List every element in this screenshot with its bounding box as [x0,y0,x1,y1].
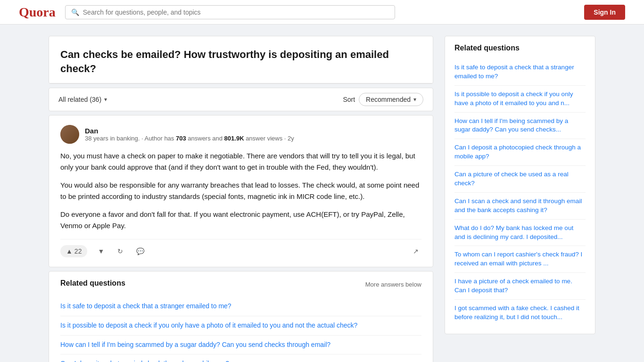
answer-paragraph-1: No, you must have a check on paper to ma… [60,150,421,173]
author-info: Dan 38 years in banking. · Author has 70… [85,127,294,142]
related-main-card: Related questions More answers below Is … [49,271,433,362]
sidebar-link-4[interactable]: Can I deposit a photocopied check throug… [454,139,586,166]
comment-icon: 💬 [136,247,144,255]
upvote-count: 22 [74,247,82,255]
views-label: answer views · 2y [244,135,294,142]
sidebar-link-1[interactable]: Is it safe to deposit a check that a str… [454,59,586,86]
header-right: Sign In [584,5,625,20]
related-link-4[interactable]: Can I deposit a photocopied check throug… [60,354,421,362]
search-bar[interactable]: 🔍 [65,5,395,19]
sign-in-button[interactable]: Sign In [584,5,625,20]
related-main-title: Related questions [60,279,125,288]
share-button[interactable]: ↗ [410,246,421,257]
avatar [60,125,79,144]
answer-actions: ▲ 22 ▼ ↻ 💬 ↗ [60,239,421,257]
search-input[interactable] [83,8,389,16]
upvote-icon: ▲ [66,247,73,255]
sidebar-link-6[interactable]: Can I scan a check and send it through e… [454,193,586,220]
all-related-label: All related (36) [58,96,101,103]
sidebar-link-8[interactable]: To whom can I report cashier's check fra… [454,246,586,273]
author-row: Dan 38 years in banking. · Author has 70… [60,125,421,144]
answer-text: No, you must have a check on paper to ma… [60,150,421,231]
reshare-button[interactable]: ↻ [115,246,126,257]
question-title: Can checks be emailed? How trustworthy i… [49,36,433,83]
sidebar-link-10[interactable]: I got scammed with a fake check. I cashe… [454,300,586,326]
more-answers-label: More answers below [365,281,421,288]
answer-paragraph-3: Do everyone a favor and don't fall for t… [60,209,421,231]
downvote-button[interactable]: ▼ [95,246,107,257]
views-count: 801.9K [224,135,244,142]
upvote-button[interactable]: ▲ 22 [60,245,87,257]
sort-label: Sort [343,96,355,103]
related-link-3[interactable]: How can I tell if I'm being scammed by a… [60,336,421,355]
answer-paragraph-2: You would also be responsible for any wa… [60,180,421,202]
question-card: Can checks be emailed? How trustworthy i… [49,36,433,84]
recommended-label: Recommended [366,96,411,103]
sidebar-link-9[interactable]: I have a picture of a check emailed to m… [454,273,586,300]
page-container: Can checks be emailed? How trustworthy i… [39,25,605,362]
comment-button[interactable]: 💬 [133,246,147,257]
sidebar-link-7[interactable]: What do I do? My bank has locked me out … [454,220,586,247]
logo[interactable]: Quora [19,5,56,20]
reshare-icon: ↻ [117,247,123,255]
search-icon: 🔍 [71,8,79,16]
sidebar: Related questions Is it safe to deposit … [445,36,595,362]
filters-bar: All related (36) ▾ Sort Recommended ▾ [49,88,433,111]
main-content: Can checks be emailed? How trustworthy i… [49,36,433,362]
sort-dropdown[interactable]: Recommended ▾ [359,93,423,106]
chevron-down-icon: ▾ [413,96,416,103]
sidebar-title: Related questions [454,44,586,52]
sidebar-link-2[interactable]: Is it possible to deposit a check if you… [454,86,586,113]
all-related-filter[interactable]: All related (36) ▾ [58,96,107,103]
share-icon: ↗ [413,247,419,255]
related-link-2[interactable]: Is it possible to deposit a check if you… [60,316,421,336]
related-link-1[interactable]: Is it safe to deposit a check that a str… [60,297,421,316]
sidebar-card: Related questions Is it safe to deposit … [445,36,595,334]
header: Quora 🔍 Sign In [0,0,644,25]
answers-count: 703 [176,135,186,142]
chevron-down-icon: ▾ [104,96,107,103]
author-meta-text: 38 years in banking. · Author has [85,135,176,142]
sidebar-link-5[interactable]: Can a picture of check be used as a real… [454,166,586,193]
author-meta: 38 years in banking. · Author has 703 an… [85,135,294,142]
answers-label: answers and [186,135,224,142]
answer-card: Dan 38 years in banking. · Author has 70… [49,115,433,267]
downvote-icon: ▼ [98,247,104,255]
related-main-header: Related questions More answers below [60,279,421,289]
avatar-image [60,125,79,144]
sidebar-link-3[interactable]: How can I tell if I'm being scammed by a… [454,113,586,140]
author-name[interactable]: Dan [85,127,294,135]
